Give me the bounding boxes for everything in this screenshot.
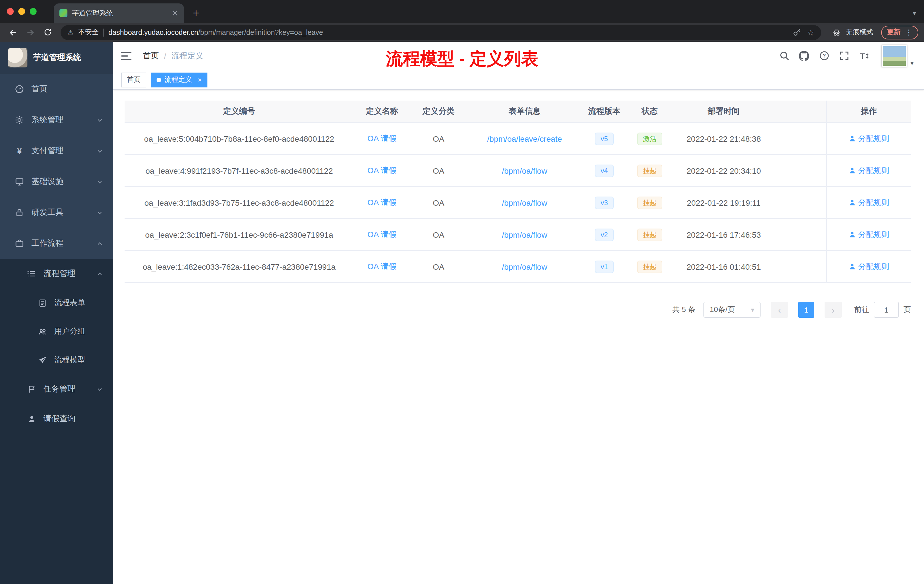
prev-page-button[interactable]: ‹ <box>771 302 788 318</box>
sidebar-item-label: 研发工具 <box>31 208 63 218</box>
tag-home[interactable]: 首页 <box>121 72 146 87</box>
chevron-down-icon <box>97 386 103 392</box>
sidebar-logo[interactable]: 芋道管理系统 <box>0 42 113 74</box>
screen: 芋道管理系统 ✕ ＋ ▾ ⚠ 不安全 dashboard.yudao.iocod… <box>0 0 924 584</box>
lock-icon <box>14 208 25 217</box>
password-key-icon[interactable] <box>793 28 802 36</box>
sidebar-item-label: 流程表单 <box>54 298 85 308</box>
menu-fold-icon[interactable] <box>121 52 134 60</box>
user-avatar-menu[interactable]: ▼ <box>882 45 915 66</box>
sidebar-item-label: 基础设施 <box>31 177 63 187</box>
row-filler <box>774 219 826 250</box>
status-badge: 挂起 <box>637 260 662 273</box>
sidebar-item-workflow[interactable]: 工作流程 <box>0 228 113 259</box>
browser-menu-icon[interactable]: ⋮ <box>905 28 912 36</box>
reload-icon[interactable] <box>40 25 55 40</box>
column-header: 状态 <box>626 101 673 122</box>
help-icon[interactable]: ? <box>818 50 830 61</box>
person-icon <box>848 167 856 174</box>
sidebar-item-system[interactable]: 系统管理 <box>0 105 113 135</box>
avatar[interactable] <box>882 45 907 66</box>
close-window-button[interactable] <box>7 8 14 15</box>
assign-rule-button[interactable]: 分配规则 <box>848 134 889 144</box>
minimize-window-button[interactable] <box>18 8 25 15</box>
next-page-button[interactable]: › <box>825 302 842 318</box>
window-controls[interactable] <box>0 0 43 23</box>
definition-name-link[interactable]: OA 请假 <box>368 134 397 144</box>
zoom-window-button[interactable] <box>30 8 36 15</box>
deploy-time: 2022-01-22 21:48:38 <box>673 123 774 154</box>
font-size-icon[interactable]: T <box>858 50 870 61</box>
tab-search-icon[interactable]: ▾ <box>913 10 916 17</box>
definition-name-link[interactable]: OA 请假 <box>368 261 397 272</box>
document-icon <box>37 299 48 307</box>
forward-icon[interactable] <box>23 25 38 40</box>
tab-close-icon[interactable]: ✕ <box>172 9 178 17</box>
assign-rule-button[interactable]: 分配规则 <box>848 229 889 240</box>
definition-name-link[interactable]: OA 请假 <box>368 229 397 240</box>
breadcrumb-separator: / <box>164 51 166 60</box>
breadcrumb-home[interactable]: 首页 <box>143 51 159 61</box>
incognito-icon <box>832 27 842 38</box>
column-header: 定义编号 <box>125 101 354 122</box>
sidebar-item-label: 用户分组 <box>54 326 85 337</box>
definition-id: oa_leave:3:1fad3d93-7b75-11ec-a3c8-acde4… <box>125 187 354 218</box>
browser-tab[interactable]: 芋道管理系统 ✕ <box>54 3 184 23</box>
assign-rule-button[interactable]: 分配规则 <box>848 261 889 272</box>
new-tab-button[interactable]: ＋ <box>191 6 201 20</box>
assign-rule-label: 分配规则 <box>858 229 889 240</box>
search-icon[interactable] <box>778 50 790 61</box>
fullscreen-icon[interactable] <box>838 50 850 61</box>
page-number-button[interactable]: 1 <box>798 302 814 318</box>
tag-close-icon[interactable]: × <box>198 76 202 84</box>
version-tag: v1 <box>595 260 614 273</box>
sidebar-item-task-management[interactable]: 任务管理 <box>0 374 113 404</box>
incognito-badge: 无痕模式 <box>832 27 873 38</box>
definition-name-link[interactable]: OA 请假 <box>368 165 397 176</box>
tag-process-definition[interactable]: 流程定义 × <box>151 72 208 87</box>
chevron-up-icon <box>97 240 103 247</box>
svg-text:?: ? <box>823 53 826 59</box>
sidebar-item-payment[interactable]: ¥ 支付管理 <box>0 135 113 166</box>
assign-rule-button[interactable]: 分配规则 <box>848 198 889 208</box>
assign-rule-button[interactable]: 分配规则 <box>848 165 889 176</box>
not-secure-label[interactable]: 不安全 <box>78 27 99 37</box>
bookmark-star-icon[interactable]: ☆ <box>807 28 814 37</box>
github-icon[interactable] <box>798 50 810 61</box>
breadcrumb: 首页 / 流程定义 <box>143 51 203 61</box>
flag-icon <box>26 385 36 393</box>
sidebar-item-home[interactable]: 首页 <box>0 74 113 105</box>
form-info-link[interactable]: /bpm/oa/leave/create <box>487 134 562 143</box>
table-body: oa_leave:5:004b710b-7b8a-11ec-8ef0-acde4… <box>125 123 911 283</box>
briefcase-icon <box>14 239 25 248</box>
update-label[interactable]: 更新 <box>887 27 901 37</box>
sidebar-item-user-group[interactable]: 用户分组 <box>0 317 113 346</box>
definition-category: OA <box>410 187 467 218</box>
form-info-link[interactable]: /bpm/oa/flow <box>502 230 548 239</box>
update-chip[interactable]: 更新 ⋮ <box>881 25 918 39</box>
site-favicon <box>59 9 68 17</box>
sidebar-item-dev-tools[interactable]: 研发工具 <box>0 197 113 228</box>
url-text[interactable]: dashboard.yudao.iocoder.cn/bpm/manager/d… <box>109 28 788 36</box>
table-row: oa_leave:2:3c1f0ef1-76b1-11ec-9c66-a2380… <box>125 219 911 251</box>
yen-icon: ¥ <box>14 146 25 155</box>
users-icon <box>37 327 48 336</box>
page-size-select[interactable]: 10条/页 ▼ <box>703 302 761 318</box>
goto-page-input[interactable] <box>874 302 899 318</box>
form-info-link[interactable]: /bpm/oa/flow <box>502 198 548 207</box>
warning-icon[interactable]: ⚠ <box>68 28 74 36</box>
sidebar-item-process-management[interactable]: 流程管理 <box>0 259 113 289</box>
assign-rule-label: 分配规则 <box>858 198 889 208</box>
version-tag: v3 <box>595 196 614 209</box>
form-info-link[interactable]: /bpm/oa/flow <box>502 262 548 271</box>
address-bar[interactable]: ⚠ 不安全 dashboard.yudao.iocoder.cn/bpm/man… <box>61 25 821 40</box>
sidebar-item-infrastructure[interactable]: 基础设施 <box>0 166 113 197</box>
divider <box>104 28 104 36</box>
sidebar-item-process-model[interactable]: 流程模型 <box>0 346 113 374</box>
form-info-link[interactable]: /bpm/oa/flow <box>502 166 548 175</box>
sidebar-item-leave-query[interactable]: 请假查询 <box>0 404 113 434</box>
back-icon[interactable] <box>6 25 21 40</box>
definition-name-link[interactable]: OA 请假 <box>368 198 397 208</box>
row-filler <box>774 251 826 282</box>
sidebar-item-process-form[interactable]: 流程表单 <box>0 289 113 317</box>
